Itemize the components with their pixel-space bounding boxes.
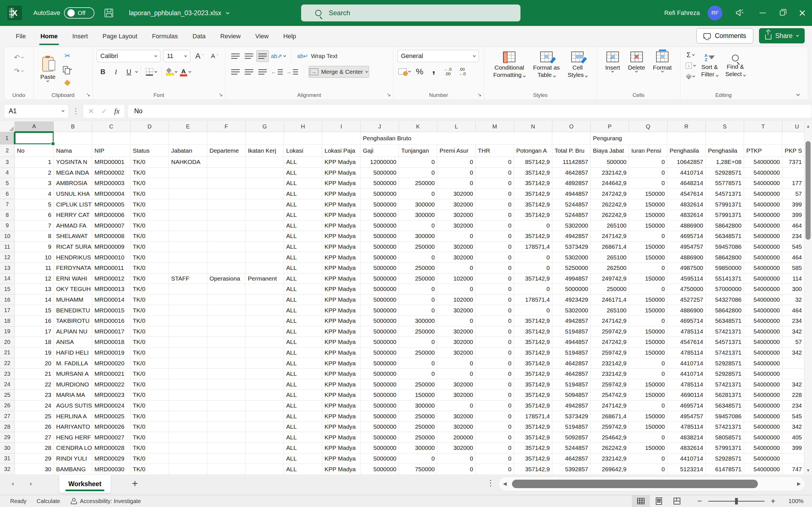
cell-J5[interactable]: 5000000 — [361, 178, 399, 189]
cell-Q15[interactable]: 0 — [629, 284, 667, 295]
cell-O8[interactable]: 5244857 — [552, 210, 591, 221]
row-header-28[interactable]: 28 — [0, 421, 15, 432]
cell-O25[interactable]: 5094857 — [552, 390, 591, 400]
cell-B18[interactable]: TAKBIROTU — [54, 316, 92, 327]
cell-J6[interactable]: 5000000 — [361, 189, 399, 200]
increase-indent-button[interactable]: → — [285, 66, 299, 78]
cell-O18[interactable]: 4942857 — [552, 316, 591, 327]
sort-filter-button[interactable]: AZ Sort & Filter — [698, 52, 721, 80]
zoom-slider-thumb[interactable] — [735, 498, 738, 504]
cell-K18[interactable]: 300000 — [399, 316, 437, 327]
cell-P26[interactable]: 247142,9 — [591, 400, 629, 411]
cell-H7[interactable]: ALL — [284, 199, 322, 210]
cell-T20[interactable]: 54000000 — [744, 337, 782, 348]
cell-I14[interactable]: KPP Madya — [322, 274, 361, 284]
cell-D24[interactable]: TK/0 — [131, 379, 169, 390]
cell-A27[interactable]: 25 — [15, 411, 54, 421]
vertical-scrollbar-thumb[interactable] — [806, 141, 811, 240]
cell-B1[interactable] — [54, 132, 92, 145]
cell-F7[interactable] — [207, 199, 246, 210]
cell-D32[interactable]: TK/0 — [131, 464, 169, 474]
cell-L17[interactable]: 302000 — [437, 305, 476, 316]
cell-A14[interactable]: 12 — [15, 274, 54, 284]
cell-G26[interactable] — [246, 400, 284, 411]
cell-P15[interactable]: 250000 — [591, 284, 629, 295]
cell-P13[interactable]: 262500 — [591, 263, 629, 274]
row-header-24[interactable]: 24 — [0, 379, 15, 390]
cell-H8[interactable]: ALL — [284, 210, 322, 221]
cell-F17[interactable] — [207, 305, 246, 316]
cell-G15[interactable] — [246, 284, 284, 295]
underline-button[interactable]: U — [123, 66, 135, 78]
row-header-17[interactable]: 17 — [0, 305, 15, 316]
cell-N28[interactable]: 357142,9 — [514, 421, 552, 432]
cell-M10[interactable]: 0 — [476, 231, 514, 242]
dialog-launcher-icon[interactable]: ↘ — [218, 92, 223, 98]
cell-A8[interactable]: 6 — [15, 210, 54, 221]
cell-N24[interactable]: 357142,9 — [514, 379, 552, 390]
cell-G31[interactable] — [246, 453, 284, 464]
dialog-launcher-icon[interactable]: ↘ — [477, 92, 481, 98]
fill-color-button[interactable] — [165, 66, 178, 78]
cell-C25[interactable]: MRD00023 — [92, 390, 131, 400]
cell-O11[interactable]: 5373429 — [552, 242, 591, 252]
cell-T24[interactable]: 54000000 — [744, 379, 782, 390]
cell-R3[interactable]: 10642857 — [667, 157, 706, 168]
cell-D30[interactable]: TK/0 — [131, 443, 169, 453]
minimize-button[interactable] — [753, 0, 772, 26]
cell-P22[interactable]: 232142,9 — [591, 358, 629, 369]
row-header-27[interactable]: 27 — [0, 411, 15, 421]
row-header-20[interactable]: 20 — [0, 337, 15, 348]
cell-M24[interactable]: 0 — [476, 379, 514, 390]
cell-E31[interactable] — [169, 453, 207, 464]
zoom-level[interactable]: 100% — [784, 498, 804, 504]
cell-E19[interactable] — [169, 327, 207, 337]
row-header-18[interactable]: 18 — [0, 316, 15, 327]
cell-B17[interactable]: BENEDIKTU — [54, 305, 92, 316]
cell-S22[interactable]: 52928571 — [706, 358, 744, 369]
cell-E20[interactable] — [169, 337, 207, 348]
cell-M16[interactable]: 0 — [476, 295, 514, 305]
cell-S2[interactable]: Penghasila — [706, 145, 744, 157]
cell-L21[interactable]: 302000 — [437, 348, 476, 358]
column-header-L[interactable]: L — [437, 121, 476, 132]
cell-P8[interactable]: 262242,9 — [591, 210, 629, 221]
cell-N10[interactable]: 357142,9 — [514, 231, 552, 242]
cell-R32[interactable]: 5123214 — [667, 464, 706, 474]
cell-Q32[interactable]: 0 — [629, 464, 667, 474]
cell-M15[interactable]: 0 — [476, 284, 514, 295]
cell-M26[interactable]: 0 — [476, 400, 514, 411]
chevron-down-icon[interactable] — [135, 70, 138, 73]
cell-E17[interactable] — [169, 305, 207, 316]
cell-J30[interactable]: 5000000 — [361, 443, 399, 453]
cell-K8[interactable]: 300000 — [399, 210, 437, 221]
cell-N11[interactable]: 178571,4 — [514, 242, 552, 252]
cell-H30[interactable]: ALL — [284, 443, 322, 453]
scroll-left-icon[interactable]: ◀ — [503, 481, 507, 487]
cell-C12[interactable]: MRD00010 — [92, 252, 131, 263]
cell-S11[interactable]: 59457086 — [706, 242, 744, 252]
comments-button[interactable]: Comments — [696, 28, 753, 43]
cell-C1[interactable] — [92, 132, 131, 145]
cell-N23[interactable]: 357142,9 — [514, 369, 552, 379]
cell-I6[interactable]: KPP Madya — [322, 189, 361, 200]
row-header-14[interactable]: 14 — [0, 274, 15, 284]
cell-D10[interactable]: TK/0 — [131, 231, 169, 242]
cell-I9[interactable]: KPP Madya — [322, 221, 361, 231]
cell-L7[interactable]: 302000 — [437, 199, 476, 210]
cell-H11[interactable]: ALL — [284, 242, 322, 252]
cell-K20[interactable]: 0 — [399, 337, 437, 348]
cell-J10[interactable]: 5000000 — [361, 231, 399, 242]
cell-N25[interactable]: 357142,9 — [514, 390, 552, 400]
cell-O9[interactable]: 5302000 — [552, 221, 591, 231]
cell-P12[interactable]: 265100 — [591, 252, 629, 263]
cell-L16[interactable]: 102000 — [437, 295, 476, 305]
cell-H27[interactable]: ALL — [284, 411, 322, 421]
cell-R2[interactable]: Penghasila — [667, 145, 706, 157]
cell-C27[interactable]: MRD00025 — [92, 411, 131, 421]
cell-M25[interactable]: 0 — [476, 390, 514, 400]
cell-J21[interactable]: 5000000 — [361, 348, 399, 358]
cell-S23[interactable]: 52928571 — [706, 369, 744, 379]
cell-M32[interactable]: 0 — [476, 464, 514, 474]
horizontal-scrollbar-thumb[interactable] — [512, 480, 758, 488]
